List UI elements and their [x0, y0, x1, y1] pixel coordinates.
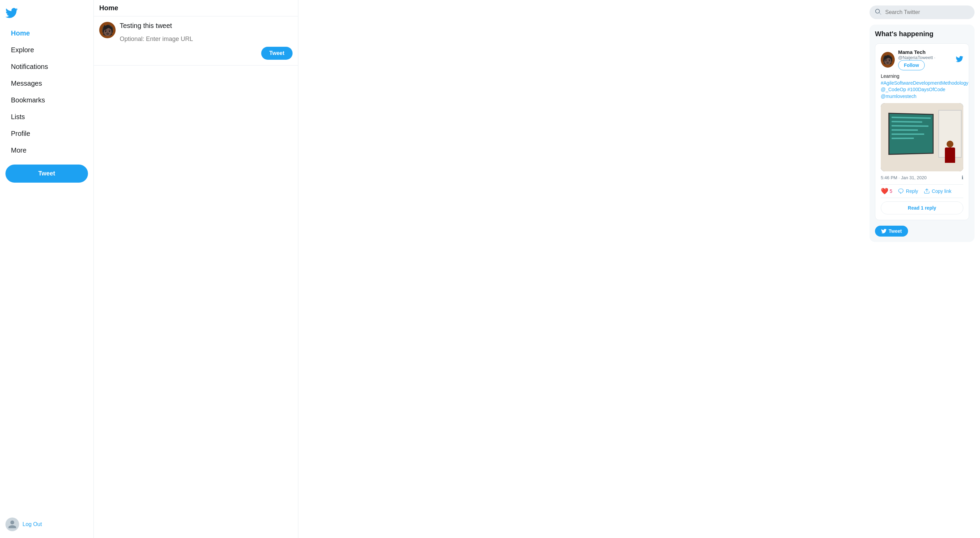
person-figure — [943, 140, 957, 168]
tweet-card-actions: ❤️ 5 Reply Copy link — [881, 184, 963, 198]
tweet-cta: Tweet — [875, 226, 969, 236]
reply-action[interactable]: Reply — [898, 188, 918, 194]
sidebar-item-explore[interactable]: Explore — [5, 42, 88, 58]
whats-happening-title: What's happening — [875, 30, 969, 38]
trending-tweet-card: 🧑🏿 Mama Tech @NaijeriaToweett · Follow L… — [875, 43, 969, 220]
search-icon — [875, 9, 882, 16]
user-avatar — [5, 517, 19, 531]
reply-icon — [898, 188, 904, 194]
main-nav: Home Explore Notifications Messages Book… — [5, 25, 88, 159]
right-sidebar: What's happening 🧑🏿 Mama Tech @NaijeriaT… — [864, 0, 980, 538]
compose-tweet-text[interactable]: Testing this tweet — [120, 22, 293, 31]
logout-link[interactable]: Log Out — [22, 521, 42, 527]
tweet-display-name: Mama Tech — [898, 49, 956, 55]
sidebar-item-lists[interactable]: Lists — [5, 109, 88, 125]
compose-right: Testing this tweet Tweet — [120, 22, 293, 60]
sidebar-item-profile[interactable]: Profile — [5, 126, 88, 142]
read-reply-button[interactable]: Read 1 reply — [881, 201, 963, 214]
tweet-card-avatar: 🧑🏿 — [881, 52, 895, 68]
heart-icon: ❤️ — [881, 187, 888, 195]
sidebar-item-messages[interactable]: Messages — [5, 75, 88, 91]
info-icon[interactable]: ℹ — [962, 175, 963, 180]
sidebar: Home Explore Notifications Messages Book… — [0, 0, 94, 538]
tweet-username: @NaijeriaToweett · Follow — [898, 55, 956, 70]
twitter-cta-icon — [881, 228, 886, 234]
like-action[interactable]: ❤️ 5 — [881, 187, 892, 195]
hashtag1[interactable]: #AgileSoftwareDevelopmentMethodology — [881, 80, 969, 86]
twitter-brand-icon — [956, 55, 963, 64]
classroom-background — [881, 103, 963, 171]
compose-image-input[interactable] — [120, 35, 293, 43]
tweet-card-image — [881, 103, 963, 171]
tweet-card-header: 🧑🏿 Mama Tech @NaijeriaToweett · Follow — [881, 49, 963, 70]
main-content: Home 🧑🏿 Testing this tweet Tweet — [94, 0, 298, 538]
tweet-timestamp: 5:46 PM · Jan 31, 2020 ℹ — [881, 175, 963, 180]
sidebar-item-bookmarks[interactable]: Bookmarks — [5, 92, 88, 108]
logout-area[interactable]: Log Out — [5, 513, 88, 535]
follow-button[interactable]: Follow — [898, 60, 925, 70]
sidebar-item-home[interactable]: Home — [5, 25, 88, 41]
like-count: 5 — [889, 188, 892, 194]
copy-link-label: Copy link — [932, 188, 952, 194]
tweet-card-user: 🧑🏿 Mama Tech @NaijeriaToweett · Follow — [881, 49, 956, 70]
twitter-logo[interactable] — [5, 3, 88, 23]
compose-tweet-button[interactable]: Tweet — [261, 47, 293, 60]
copy-link-icon — [924, 188, 930, 194]
global-tweet-button[interactable]: Tweet — [5, 164, 88, 183]
sidebar-item-notifications[interactable]: Notifications — [5, 59, 88, 75]
hashtag2[interactable]: @_CodeOp #100DaysOfCode — [881, 87, 945, 92]
compose-actions: Tweet — [120, 47, 293, 60]
copy-link-action[interactable]: Copy link — [924, 188, 952, 194]
tweet-card-body: Learning #AgileSoftwareDevelopmentMethod… — [881, 73, 963, 100]
reply-label: Reply — [906, 188, 918, 194]
tweet-card-names: Mama Tech @NaijeriaToweett · Follow — [898, 49, 956, 70]
mention[interactable]: @mumlovestech — [881, 94, 916, 99]
sidebar-item-more[interactable]: More — [5, 142, 88, 158]
whats-happening-card: What's happening 🧑🏿 Mama Tech @NaijeriaT… — [870, 25, 975, 242]
tweet-cta-label: Tweet — [889, 228, 902, 234]
main-header: Home — [94, 0, 298, 16]
compose-area: 🧑🏿 Testing this tweet Tweet — [94, 16, 298, 65]
search-input[interactable] — [885, 9, 969, 15]
compose-avatar: 🧑🏿 — [99, 22, 116, 38]
presentation-screen — [888, 113, 934, 155]
search-bar[interactable] — [870, 5, 975, 19]
tweet-cta-button[interactable]: Tweet — [875, 226, 908, 236]
